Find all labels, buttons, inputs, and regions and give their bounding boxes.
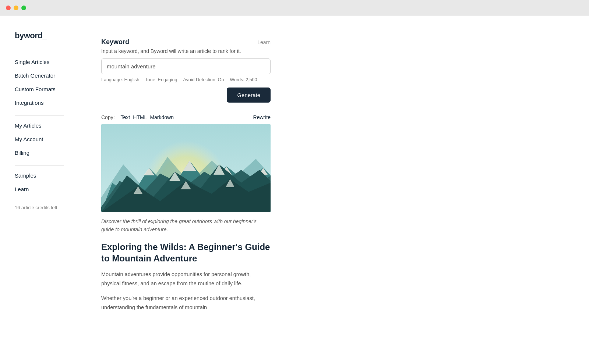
meta-language: Language: English [101,77,140,82]
generate-btn-row: Generate [101,88,271,103]
sidebar-item-samples[interactable]: Samples [0,169,79,182]
sidebar-item-billing[interactable]: Billing [0,146,79,160]
app-container: byword_ Single Articles Batch Generator … [0,16,589,364]
sidebar-item-my-articles[interactable]: My Articles [0,119,79,132]
meta-tone: Tone: Engaging [145,77,177,82]
rewrite-button[interactable]: Rewrite [253,114,271,120]
learn-link[interactable]: Learn [257,39,271,45]
mountain-illustration [101,124,271,212]
maximize-button[interactable] [21,6,26,10]
article-caption: Discover the thrill of exploring the gre… [101,217,271,234]
window-chrome [0,0,589,16]
minimize-button[interactable] [14,6,18,10]
keyword-input[interactable] [101,58,271,74]
article-output: Copy: Text HTML Markdown Rewrite [101,114,271,312]
copy-label: Copy: [101,114,115,120]
copy-html-button[interactable]: HTML [133,114,147,120]
sidebar-item-single-articles[interactable]: Single Articles [0,55,79,69]
keyword-title: Keyword [101,38,129,46]
keyword-meta: Language: English Tone: Engaging Avoid D… [101,77,271,82]
article-paragraph-1: Mountain adventures provide opportunitie… [101,270,271,288]
logo: byword_ [0,31,79,55]
copy-options-group: Copy: Text HTML Markdown [101,114,174,120]
article-title: Exploring the Wilds: A Beginner's Guide … [101,241,271,264]
copy-row: Copy: Text HTML Markdown Rewrite [101,114,271,120]
nav-divider-1 [15,115,64,116]
copy-text-button[interactable]: Text [121,114,130,120]
sidebar-item-my-account[interactable]: My Account [0,132,79,146]
main-content: Keyword Learn Input a keyword, and Bywor… [79,16,589,364]
article-paragraph-2: Whether you're a beginner or an experien… [101,294,271,312]
meta-words: Words: 2,500 [230,77,257,82]
nav-divider-2 [15,165,64,166]
article-body: Mountain adventures provide opportunitie… [101,270,271,312]
copy-markdown-button[interactable]: Markdown [150,114,174,120]
sidebar-item-integrations[interactable]: Integrations [0,96,79,110]
sidebar: byword_ Single Articles Batch Generator … [0,16,79,364]
meta-avoid-detection: Avoid Detection: On [183,77,224,82]
keyword-header: Keyword Learn [101,38,271,46]
generate-button[interactable]: Generate [227,88,271,103]
sidebar-item-learn[interactable]: Learn [0,182,79,196]
nav-group-2: My Articles My Account Billing [0,119,79,163]
sidebar-item-custom-formats[interactable]: Custom Formats [0,82,79,96]
nav-group-1: Single Articles Batch Generator Custom F… [0,55,79,113]
nav-group-3: Samples Learn [0,169,79,199]
credits-text: 16 article credits left [0,199,79,216]
close-button[interactable] [6,6,11,10]
keyword-section: Keyword Learn Input a keyword, and Bywor… [101,38,271,103]
keyword-subtitle: Input a keyword, and Byword will write a… [101,48,271,54]
sidebar-item-batch-generator[interactable]: Batch Generator [0,69,79,82]
